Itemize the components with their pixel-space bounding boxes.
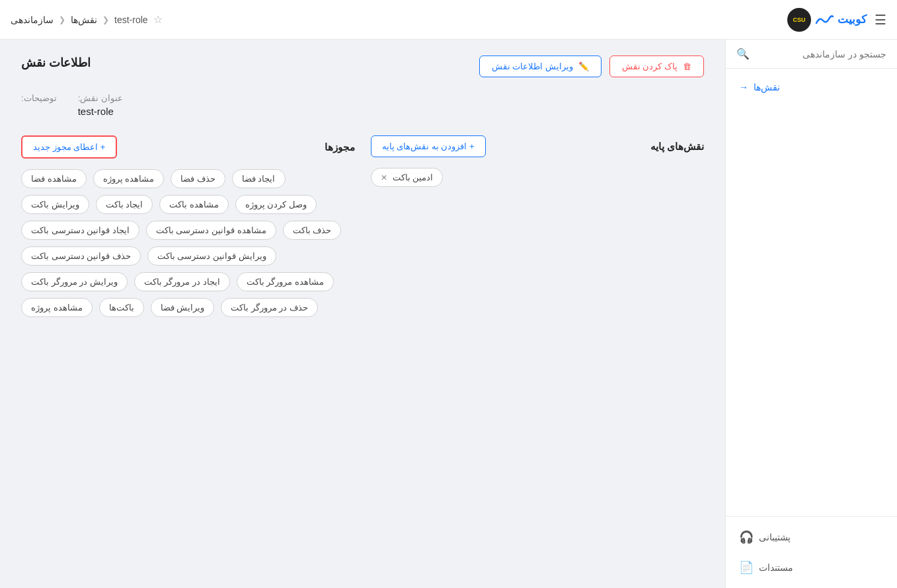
add-permission-label: + اعطای مجوز جدید: [33, 142, 105, 152]
base-role-label: ادمین باکت: [393, 172, 434, 182]
support-label: پشتیبانی: [759, 532, 791, 542]
base-roles-section-title: نقش‌های پایه: [650, 141, 704, 153]
hamburger-icon[interactable]: ☰: [875, 12, 886, 28]
permission-tag: مشاهده پروژه: [93, 169, 165, 188]
brand-wave-icon: [815, 14, 834, 26]
permission-tag: مشاهده فضا: [21, 169, 87, 188]
breadcrumb-sep-1: ❮: [102, 15, 109, 24]
permission-tag: حذف در مرورگر باکت: [221, 298, 318, 317]
breadcrumb-org[interactable]: سازماندهی: [11, 15, 54, 25]
permission-tag: ویرایش باکت: [21, 195, 89, 214]
add-permission-button[interactable]: + اعطای مجوز جدید: [21, 135, 117, 159]
permissions-tags: ایجاد فضاحذف فضامشاهده پروژهمشاهده فضاوص…: [21, 169, 355, 317]
edit-icon: ✏️: [578, 61, 589, 71]
permission-tag: حذف باکت: [283, 221, 342, 240]
breadcrumb: ☆ test-role ❮ نقش‌ها ❮ سازماندهی: [11, 13, 163, 26]
base-role-chip: ادمین باکت ✕: [371, 168, 444, 187]
two-columns: + اعطای مجوز جدید مجوزها ایجاد فضاحذف فض…: [21, 135, 704, 317]
sidebar-item-roles-label: نقش‌ها: [754, 82, 780, 92]
search-input[interactable]: [755, 49, 886, 59]
edit-button-label: ویرایش اطلاعات نقش: [492, 61, 573, 71]
base-roles-section-header: + افزودن به نقش‌های پایه نقش‌های پایه: [371, 135, 705, 157]
permissions-column: + اعطای مجوز جدید مجوزها ایجاد فضاحذف فض…: [21, 135, 355, 317]
base-roles-list: ادمین باکت ✕: [371, 168, 705, 187]
permissions-section-title: مجوزها: [325, 141, 355, 153]
sidebar-footer-support[interactable]: پشتیبانی 🎧: [726, 522, 897, 552]
remove-base-role-button[interactable]: ✕: [381, 173, 387, 182]
sidebar-nav: نقش‌ها →: [726, 69, 897, 516]
docs-icon: 📄: [739, 560, 754, 575]
breadcrumb-roles[interactable]: نقش‌ها: [71, 15, 97, 25]
search-icon: 🔍: [736, 48, 750, 60]
permission-tag: حذف فضا: [171, 169, 225, 188]
breadcrumb-current: test-role: [114, 15, 148, 25]
permission-tag: ویرایش قوانین دسترسی باکت: [147, 246, 276, 266]
role-name-value: test-role: [78, 106, 114, 117]
permission-tag: ایجاد در مرورگر باکت: [134, 272, 230, 291]
sidebar-search-box[interactable]: 🔍: [726, 40, 897, 69]
arrow-icon: →: [739, 82, 748, 92]
brand: کوبیت CSU: [787, 8, 867, 32]
permissions-section-header: + اعطای مجوز جدید مجوزها: [21, 135, 355, 159]
header-left: ☰ کوبیت CSU: [787, 8, 886, 32]
base-roles-column: + افزودن به نقش‌های پایه نقش‌های پایه اد…: [371, 135, 705, 187]
avatar: CSU: [787, 8, 811, 32]
layout: 🔍 نقش‌ها → پشتیبانی 🎧 مستندات 📄 🗑: [0, 40, 897, 588]
sidebar: 🔍 نقش‌ها → پشتیبانی 🎧 مستندات 📄: [725, 40, 897, 588]
edit-role-button[interactable]: ✏️ ویرایش اطلاعات نقش: [479, 55, 602, 77]
delete-role-button[interactable]: 🗑 پاک کردن نقش: [609, 55, 704, 77]
permission-tag: حذف قوانین دسترسی باکت: [21, 246, 141, 266]
delete-icon: 🗑: [683, 61, 691, 71]
star-icon[interactable]: ☆: [153, 13, 163, 26]
permission-tag: ایجاد باکت: [96, 195, 153, 214]
breadcrumb-sep-2: ❮: [59, 15, 65, 24]
permission-tag: مشاهده پروژه: [21, 298, 93, 317]
sidebar-item-roles[interactable]: نقش‌ها →: [726, 74, 897, 100]
description-field: توضیحات:: [21, 93, 57, 106]
permission-tag: ویرایش در مرورگر باکت: [21, 272, 128, 291]
role-name-field: عنوان نقش: test-role: [78, 93, 123, 117]
sidebar-footer-docs[interactable]: مستندات 📄: [726, 552, 897, 583]
permission-tag: باکت‌ها: [99, 298, 144, 317]
top-header: ☰ کوبیت CSU ☆ test-role ❮ نقش‌ها ❮ سازما…: [0, 0, 897, 40]
permission-tag: مشاهده قوانین دسترسی باکت: [146, 221, 276, 240]
docs-label: مستندات: [759, 562, 793, 573]
add-base-role-button[interactable]: + افزودن به نقش‌های پایه: [371, 135, 486, 157]
page-title: اطلاعات نقش: [21, 55, 91, 70]
main-content: 🗑 پاک کردن نقش ✏️ ویرایش اطلاعات نقش اطل…: [0, 40, 725, 588]
description-label: توضیحات:: [21, 93, 57, 103]
role-name-label: عنوان نقش:: [78, 93, 123, 103]
permission-tag: وصل کردن پروژه: [235, 195, 317, 214]
permission-tag: مشاهده باکت: [159, 195, 229, 214]
delete-button-label: پاک کردن نقش: [622, 61, 678, 71]
brand-name: کوبیت: [838, 13, 867, 26]
sidebar-footer: پشتیبانی 🎧 مستندات 📄: [726, 516, 897, 588]
permission-tag: مشاهده مرورگر باکت: [237, 272, 334, 291]
header-actions: 🗑 پاک کردن نقش ✏️ ویرایش اطلاعات نقش: [479, 55, 704, 77]
page-header: 🗑 پاک کردن نقش ✏️ ویرایش اطلاعات نقش اطل…: [21, 55, 704, 77]
role-info-section: توضیحات: عنوان نقش: test-role: [21, 93, 704, 117]
support-icon: 🎧: [739, 530, 754, 544]
permission-tag: ایجاد فضا: [232, 169, 286, 188]
add-base-role-label: + افزودن به نقش‌های پایه: [382, 141, 475, 151]
permission-tag: ویرایش فضا: [151, 298, 215, 317]
permission-tag: ایجاد قوانین دسترسی باکت: [21, 221, 139, 240]
